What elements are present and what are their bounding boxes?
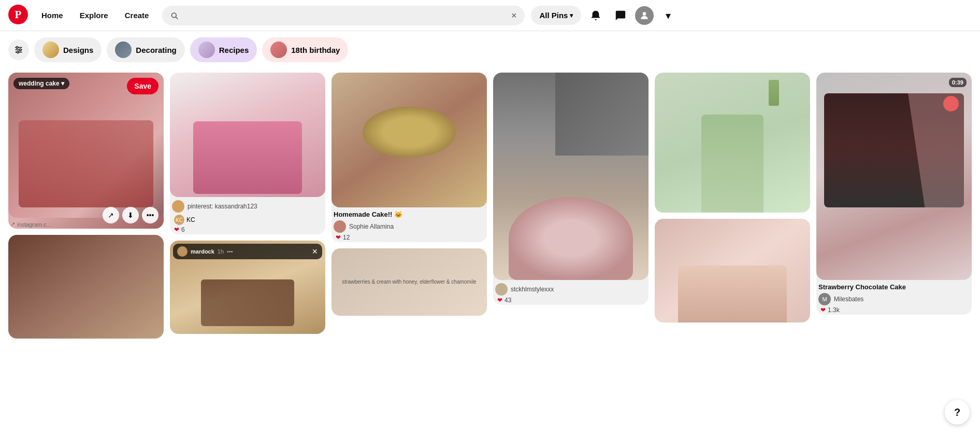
main-nav: Home Explore Create [34, 7, 156, 24]
nav-create[interactable]: Create [118, 7, 156, 24]
download-button[interactable]: ⬇ [122, 207, 139, 223]
designs-chip-icon [42, 41, 59, 58]
story-dots[interactable]: ••• [227, 248, 233, 255]
svg-point-9 [19, 49, 21, 51]
external-link-icon: ↗ [10, 221, 15, 228]
pin-user: Sophie Allamina [334, 220, 485, 233]
pin-card[interactable]: wedding cake ▾ Save ↗ ⬇ ••• ↗ instagram.… [8, 73, 164, 229]
user-avatar [495, 283, 508, 296]
pin-card[interactable]: pinterest: kassandrah123 KC KC ❤ 6 [170, 73, 325, 234]
chip-18th-birthday[interactable]: 18th birthday [262, 37, 348, 62]
pin-likes: ❤ 43 [495, 297, 646, 304]
share-button[interactable]: ↗ [103, 207, 119, 223]
chip-decorating[interactable]: Decorating [107, 37, 184, 62]
chip-designs-label: Designs [63, 46, 93, 54]
video-duration-badge: 0:39 [949, 78, 967, 87]
pin-text-overlay: strawberries & cream with honey, elderfl… [342, 278, 476, 286]
pin-card[interactable] [655, 73, 810, 213]
message-icon [615, 10, 626, 21]
sliders-icon [14, 45, 23, 54]
svg-text:P: P [15, 8, 22, 21]
svg-line-3 [176, 17, 178, 18]
svg-point-10 [17, 51, 19, 53]
all-pins-dropdown[interactable]: All Pins ▾ [531, 6, 581, 25]
likes-count: 1.3k [828, 306, 840, 314]
wedding-cake-label[interactable]: wedding cake ▾ [13, 78, 69, 89]
decorating-chip-icon [115, 41, 132, 58]
pin-title: Strawberry Chocolate Cake [818, 283, 970, 291]
account-menu-button[interactable]: ▾ [658, 5, 679, 26]
header-actions: All Pins ▾ ▾ [531, 5, 679, 26]
pins-grid: wedding cake ▾ Save ↗ ⬇ ••• ↗ instagram.… [0, 68, 980, 347]
notifications-button[interactable] [585, 5, 606, 26]
chip-decorating-label: Decorating [136, 46, 176, 54]
chip-recipes-label: Recipes [219, 46, 249, 54]
pin-likes: ❤ 6 [172, 226, 323, 233]
messages-button[interactable] [610, 5, 631, 26]
pin-username: pinterest: kassandrah123 [188, 203, 257, 210]
filter-bar: Designs Decorating Recipes 18th birthday [0, 31, 980, 68]
search-bar: cake × [162, 6, 525, 25]
chevron-down-icon: ▾ [666, 9, 671, 22]
pin-username: stckhlmstylexxx [511, 286, 554, 293]
pin-likes: ❤ 12 [334, 234, 485, 241]
nav-home[interactable]: Home [34, 7, 70, 24]
chevron-down-icon: ▾ [570, 12, 573, 19]
likes-count: 12 [343, 234, 350, 241]
pin-username: Sophie Allamina [349, 223, 394, 230]
chip-18th-birthday-label: 18th birthday [291, 46, 340, 54]
story-avatar [177, 246, 188, 257]
save-button[interactable]: Save [127, 78, 158, 94]
user-avatar [172, 200, 184, 213]
heart-icon: ❤ [497, 297, 502, 304]
recipes-chip-icon [198, 41, 215, 58]
svg-point-4 [643, 12, 646, 16]
pin-card[interactable]: 0:39 Strawberry Chocolate Cake M Milesba… [816, 73, 972, 315]
pin-user: M Milesbates [818, 293, 970, 305]
18th-birthday-chip-icon [270, 41, 287, 58]
pin-card[interactable]: mardock 1h ••• ✕ [170, 241, 325, 334]
all-pins-label: All Pins [539, 11, 568, 20]
pin-card[interactable]: stckhlmstylexxx ❤ 43 [493, 73, 648, 305]
pinterest-logo[interactable]: P [8, 5, 28, 26]
heart-icon: ❤ [336, 234, 341, 241]
app-header: P Home Explore Create cake × All Pins ▾ [0, 0, 980, 31]
nav-explore[interactable]: Explore [73, 7, 116, 24]
user-initial: M [822, 296, 827, 302]
pin-user: pinterest: kassandrah123 [172, 200, 323, 213]
user-initials: KC [174, 215, 184, 225]
pin-info: Strawberry Chocolate Cake M Milesbates ❤… [816, 280, 972, 315]
story-username: mardock [191, 248, 214, 255]
story-user-info: mardock 1h ••• [177, 246, 233, 257]
pin-card[interactable] [655, 219, 810, 322]
pin-title: Homemade Cake!! 🐱 [334, 211, 485, 218]
pin-username-short: KC [186, 216, 195, 223]
more-options-button[interactable]: ••• [142, 207, 158, 223]
bell-icon [590, 10, 601, 21]
pin-source-text: instagram.c... [17, 221, 51, 228]
pin-card[interactable] [8, 235, 164, 339]
user-avatar-button[interactable] [635, 6, 654, 25]
filter-settings-button[interactable] [8, 39, 29, 60]
story-close-button[interactable]: ✕ [312, 247, 318, 256]
pin-username: Milesbates [834, 296, 863, 303]
pin-card[interactable]: Homemade Cake!! 🐱 Sophie Allamina ❤ 12 [332, 73, 487, 242]
chip-designs[interactable]: Designs [34, 37, 102, 62]
svg-point-8 [16, 47, 18, 49]
search-clear-button[interactable]: × [511, 11, 517, 20]
likes-count: 43 [505, 297, 511, 304]
search-icon [170, 11, 178, 20]
chip-recipes[interactable]: Recipes [190, 37, 257, 62]
pin-user-avatar-small: KC [174, 215, 184, 225]
user-avatar [334, 220, 346, 233]
search-input[interactable]: cake [182, 11, 507, 20]
pin-info: stckhlmstylexxx ❤ 43 [493, 280, 648, 305]
pin-info: Homemade Cake!! 🐱 Sophie Allamina ❤ 12 [332, 207, 487, 242]
likes-count: 6 [181, 226, 185, 233]
pin-card[interactable]: strawberries & cream with honey, elderfl… [332, 248, 487, 316]
pin-likes: ❤ 1.3k [818, 306, 970, 314]
story-time: 1h [218, 248, 224, 255]
story-popup: mardock 1h ••• ✕ [173, 244, 322, 259]
heart-icon: ❤ [820, 306, 826, 314]
pin-info: pinterest: kassandrah123 KC KC ❤ 6 [170, 197, 325, 234]
